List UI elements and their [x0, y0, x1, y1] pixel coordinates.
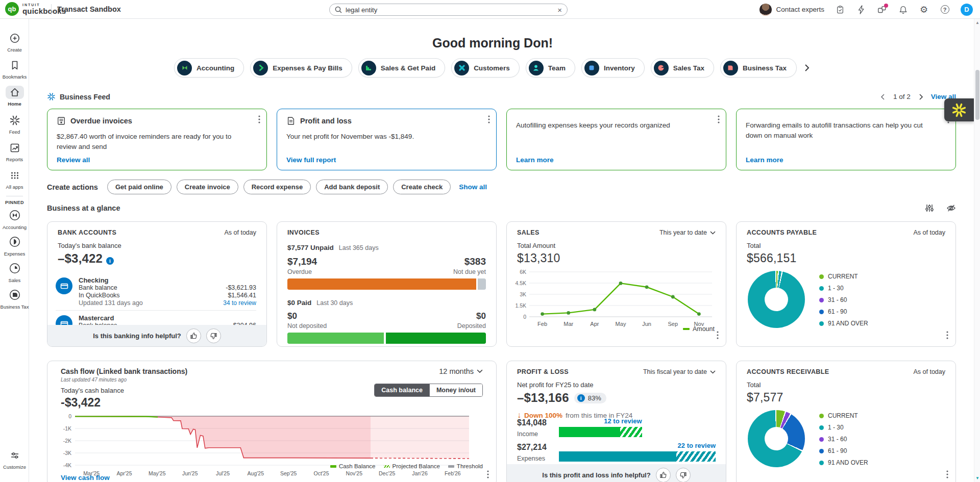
page-scrollbar[interactable]: ▲ ▼: [974, 19, 980, 482]
cash-flow-range-dropdown[interactable]: 12 months: [439, 367, 483, 375]
get-paid-online-button[interactable]: Get paid online: [107, 180, 172, 194]
pl-range-dropdown[interactable]: This fiscal year to date: [643, 368, 716, 375]
net-profit-badge: i 83%: [574, 393, 606, 403]
toggle-cash-balance[interactable]: Cash balance: [375, 384, 429, 396]
feed-prev-button[interactable]: [879, 93, 887, 100]
hide-eye-icon[interactable]: [946, 204, 956, 213]
quick-actions-icon[interactable]: [856, 5, 866, 15]
legend-swatch: [384, 465, 390, 468]
sidebar-item-home[interactable]: Home: [0, 86, 29, 107]
shortcut-label: Accounting: [197, 64, 234, 72]
sidebar-item-bookmarks[interactable]: Bookmarks: [0, 59, 29, 80]
thumbs-up-button[interactable]: [656, 468, 671, 482]
svg-text:Dec'25: Dec'25: [379, 470, 396, 476]
help-icon[interactable]: ?: [940, 5, 950, 15]
income-bar-solid: [559, 427, 620, 437]
expenses-bar[interactable]: 22 to review: [559, 451, 716, 462]
search-input[interactable]: legal entity ×: [329, 4, 568, 16]
shortcut-expenses-pay-bills[interactable]: Expenses & Pay Bills: [250, 58, 352, 78]
thumbs-down-button[interactable]: [676, 468, 691, 482]
shortcut-team[interactable]: Team: [526, 58, 575, 78]
kebab-menu-icon[interactable]: [718, 115, 720, 125]
toggle-money-in-out[interactable]: Money in/out: [429, 384, 482, 396]
accounts-receivable-card: ACCOUNTS RECEIVABLE As of today Total $7…: [736, 361, 956, 482]
accounts-payable-title: ACCOUNTS PAYABLE: [747, 229, 817, 236]
sidebar-item-accounting[interactable]: Accounting: [0, 209, 29, 230]
kebab-menu-icon[interactable]: [946, 470, 948, 480]
as-of-label: As of today: [224, 229, 256, 236]
tasks-icon[interactable]: [835, 5, 845, 15]
profit-loss-title: PROFIT & LOSS: [517, 368, 569, 375]
expenses-review-link[interactable]: 22 to review: [678, 442, 716, 449]
thumbs-down-button[interactable]: [206, 328, 221, 343]
sidebar-item-sales[interactable]: Sales: [0, 262, 29, 283]
add-bank-deposit-button[interactable]: Add bank deposit: [316, 180, 388, 194]
sidebar-item-expenses[interactable]: Expenses: [0, 235, 29, 257]
record-expense-button[interactable]: Record expense: [243, 180, 311, 194]
topbar-divider: [51, 4, 52, 15]
income-bar[interactable]: 12 to review: [559, 427, 716, 437]
qb-logo-icon: qb: [5, 2, 19, 16]
kebab-menu-icon[interactable]: [488, 115, 490, 125]
amount-legend-swatch: [683, 328, 690, 330]
business-feed-cards: Overdue invoices$2,867.40 worth of invoi…: [47, 109, 956, 170]
sidebar-item-reports[interactable]: Reports: [0, 141, 29, 162]
updated-label: Updated 131 days ago: [79, 299, 143, 307]
scroll-down-icon[interactable]: ▼: [974, 476, 980, 480]
sidebar-item-feed[interactable]: Feed: [0, 114, 29, 135]
shortcut-inventory[interactable]: Inventory: [581, 58, 645, 78]
scrollbar-thumb[interactable]: [975, 70, 979, 120]
ap-total: $566,151: [747, 251, 945, 265]
paid-bar[interactable]: [287, 333, 486, 344]
shortcut-business-tax[interactable]: Business Tax: [720, 58, 797, 78]
feed-next-button[interactable]: [917, 93, 924, 100]
legend-label: CURRENT: [828, 273, 858, 280]
shortcut-accounting[interactable]: Accounting: [174, 58, 244, 78]
sidebar-item-customize[interactable]: Customize: [0, 449, 29, 470]
scroll-up-icon[interactable]: ▲: [974, 20, 980, 25]
filter-sliders-icon[interactable]: [925, 204, 934, 213]
contact-experts-button[interactable]: Contact experts: [760, 4, 824, 16]
feedback-overlay-widget[interactable]: [944, 98, 974, 121]
sidebar-item-create[interactable]: Create: [0, 32, 29, 53]
info-icon[interactable]: i: [106, 257, 114, 265]
shortcut-sales-get-paid[interactable]: Sales & Get Paid: [358, 58, 445, 78]
shortcut-sales-tax[interactable]: Sales Tax: [651, 58, 714, 78]
glance-header: Business at a glance: [47, 204, 956, 213]
profit-loss-card: PROFIT & LOSS This fiscal year to date N…: [506, 361, 726, 482]
unpaid-bar[interactable]: [287, 278, 486, 290]
income-review-link[interactable]: 12 to review: [604, 417, 642, 425]
clear-search-icon[interactable]: ×: [557, 6, 562, 14]
legend-label: Projected Balance: [393, 463, 440, 469]
feed-card-link[interactable]: Learn more: [516, 156, 554, 164]
user-avatar[interactable]: D: [961, 4, 973, 16]
feed-card-link[interactable]: View full report: [286, 156, 336, 164]
info-icon[interactable]: i: [577, 394, 585, 402]
shortcut-customers[interactable]: Customers: [451, 58, 520, 78]
create-check-button[interactable]: Create check: [393, 180, 451, 194]
kebab-menu-icon[interactable]: [258, 115, 260, 125]
sidebar-item-all-apps[interactable]: All apps: [0, 169, 29, 190]
to-review-link[interactable]: 34 to review: [223, 299, 256, 307]
legend-label: 31 - 60: [828, 436, 847, 443]
legend-dot: [819, 321, 824, 326]
svg-text:-3K: -3K: [63, 450, 71, 456]
kebab-menu-icon[interactable]: [487, 470, 489, 480]
as-of-label: As of today: [913, 229, 945, 236]
view-cash-flow-link[interactable]: View cash flow: [61, 474, 110, 481]
thumbs-up-button[interactable]: [186, 328, 201, 343]
updated-line: Updated 131 days ago34 to review: [79, 299, 256, 307]
chips-next-button[interactable]: [803, 64, 811, 72]
kebab-menu-icon[interactable]: [717, 331, 719, 341]
sidebar-item-business-tax[interactable]: Business Tax: [0, 288, 29, 310]
gear-icon[interactable]: ⚙: [919, 5, 929, 15]
bell-icon[interactable]: [898, 5, 908, 15]
feed-card-link[interactable]: Review all: [57, 156, 90, 164]
kebab-menu-icon[interactable]: [946, 331, 948, 341]
sales-range-dropdown[interactable]: This year to date: [659, 229, 716, 236]
apps-notifications-icon[interactable]: [877, 5, 887, 15]
feed-card-link[interactable]: Learn more: [746, 156, 783, 164]
show-all-link[interactable]: Show all: [459, 183, 487, 191]
create-invoice-button[interactable]: Create invoice: [177, 180, 238, 194]
legend-label: 61 - 90: [828, 447, 847, 454]
